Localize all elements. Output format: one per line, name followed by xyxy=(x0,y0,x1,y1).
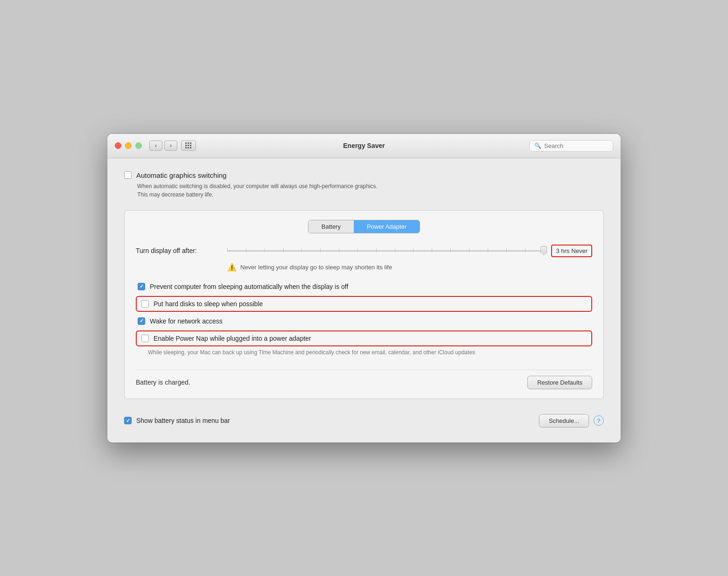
auto-graphics-label: Automatic graphics switching xyxy=(136,171,226,179)
battery-status: Battery is charged. xyxy=(136,379,190,386)
wake-network-label: Wake for network access xyxy=(150,317,223,325)
schedule-button[interactable]: Schedule... xyxy=(539,414,589,428)
settings-panel: Battery Power Adapter Turn display off a… xyxy=(124,210,604,399)
show-battery-label: Show battery status in menu bar xyxy=(136,417,230,424)
tick-marks xyxy=(227,248,544,252)
prevent-sleep-checkbox[interactable] xyxy=(138,283,145,290)
window-title: Energy Saver xyxy=(343,142,385,149)
hard-disks-checkbox[interactable] xyxy=(141,300,149,308)
search-box[interactable]: 🔍 xyxy=(529,140,613,152)
close-button[interactable] xyxy=(115,142,121,149)
warning-icon: ⚠️ xyxy=(227,263,237,272)
back-button[interactable]: ‹ xyxy=(149,140,162,151)
restore-defaults-button[interactable]: Restore Defaults xyxy=(527,376,592,389)
hard-disks-row: Put hard disks to sleep when possible xyxy=(136,296,592,312)
search-input[interactable] xyxy=(544,142,608,149)
slider-thumb[interactable] xyxy=(540,246,547,255)
slider-container[interactable] xyxy=(227,246,544,255)
help-button[interactable]: ? xyxy=(594,415,604,426)
minimize-button[interactable] xyxy=(125,142,132,149)
prevent-sleep-label: Prevent computer from sleeping automatic… xyxy=(150,283,348,290)
wake-network-checkbox[interactable] xyxy=(138,317,145,325)
tab-group: Battery Power Adapter xyxy=(308,220,420,233)
slider-min-label: 3 hrs xyxy=(556,247,569,254)
auto-graphics-row: Automatic graphics switching xyxy=(124,171,604,179)
prevent-sleep-row: Prevent computer from sleeping automatic… xyxy=(136,279,592,294)
show-battery-row: Show battery status in menu bar xyxy=(124,417,230,424)
grid-icon xyxy=(185,142,192,149)
auto-graphics-checkbox[interactable] xyxy=(124,171,132,179)
warning-text: Never letting your display go to sleep m… xyxy=(240,264,392,271)
search-icon: 🔍 xyxy=(534,142,541,149)
titlebar: ‹ › Energy Saver 🔍 xyxy=(107,134,621,158)
forward-button[interactable]: › xyxy=(164,140,177,151)
footer-right: Schedule... ? xyxy=(539,414,604,428)
grid-button[interactable] xyxy=(181,140,196,151)
slider-thumb-wrapper xyxy=(540,246,547,255)
display-row: Turn display off after: xyxy=(136,245,592,257)
forward-icon: › xyxy=(170,142,172,149)
hard-disks-label: Put hard disks to sleep when possible xyxy=(154,300,263,308)
nav-buttons: ‹ › xyxy=(149,140,177,151)
slider-track xyxy=(227,250,544,252)
footer-row: Show battery status in menu bar Schedule… xyxy=(124,408,604,429)
content-area: Automatic graphics switching When automa… xyxy=(107,158,621,443)
tab-power-adapter[interactable]: Power Adapter xyxy=(354,220,420,233)
show-battery-checkbox[interactable] xyxy=(124,417,132,424)
tab-battery[interactable]: Battery xyxy=(308,220,354,233)
warning-row: ⚠️ Never letting your display go to slee… xyxy=(227,263,592,272)
power-nap-label: Enable Power Nap while plugged into a po… xyxy=(154,335,311,342)
tab-bar: Battery Power Adapter xyxy=(136,220,592,233)
traffic-lights xyxy=(115,142,142,149)
wake-network-row: Wake for network access xyxy=(136,314,592,329)
maximize-button[interactable] xyxy=(135,142,142,149)
main-window: ‹ › Energy Saver 🔍 Automatic graphics s xyxy=(107,134,621,443)
display-label: Turn display off after: xyxy=(136,247,220,254)
panel-bottom: Battery is charged. Restore Defaults xyxy=(136,370,592,389)
power-nap-checkbox[interactable] xyxy=(141,335,149,342)
back-icon: ‹ xyxy=(155,142,157,149)
auto-graphics-desc: When automatic switching is disabled, yo… xyxy=(137,182,604,199)
power-nap-desc: While sleeping, your Mac can back up usi… xyxy=(148,348,592,357)
slider-end-highlight: 3 hrs Never xyxy=(551,245,592,257)
slider-max-label: Never xyxy=(571,247,588,254)
power-nap-row: Enable Power Nap while plugged into a po… xyxy=(136,330,592,346)
auto-graphics-section: Automatic graphics switching When automa… xyxy=(124,171,604,199)
